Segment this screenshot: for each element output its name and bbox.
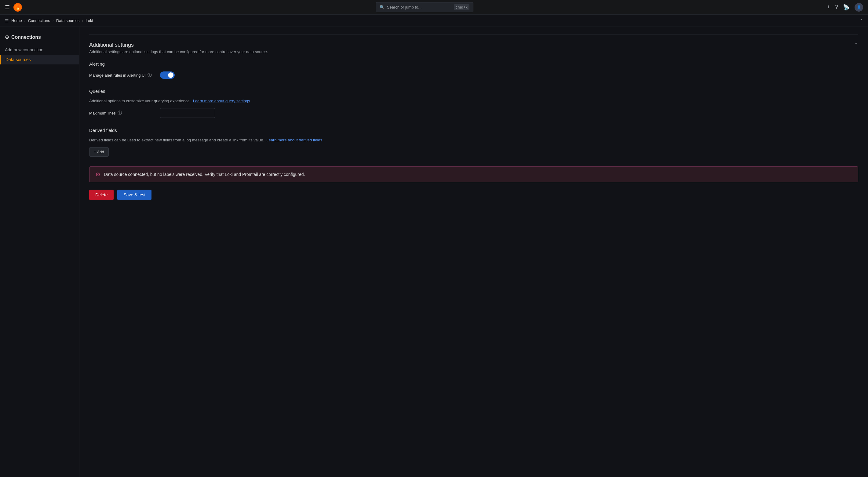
queries-section: Queries Additional options to customize … <box>89 89 858 118</box>
queries-title: Queries <box>89 89 858 94</box>
save-test-button[interactable]: Save & test <box>117 190 152 200</box>
main-content: Additional settings Additional settings … <box>80 27 868 477</box>
action-buttons: Delete Save & test <box>89 190 858 200</box>
derived-fields-title: Derived fields <box>89 128 858 133</box>
search-icon: 🔍 <box>380 5 384 9</box>
breadcrumb-sep-3: › <box>82 19 83 23</box>
alerting-toggle[interactable] <box>160 71 175 79</box>
alerting-info-icon[interactable]: ⓘ <box>148 72 152 78</box>
sidebar-item-add-connection[interactable]: Add new connection <box>0 45 79 55</box>
grafana-logo: 🔥 <box>13 3 22 11</box>
delete-button[interactable]: Delete <box>89 190 114 200</box>
add-derived-field-button[interactable]: + Add <box>89 147 109 157</box>
alerting-title: Alerting <box>89 61 858 67</box>
status-bar: ⊗ Data source connected, but no labels w… <box>89 166 858 182</box>
top-navigation: ☰ 🔥 🔍 Search or jump to... cmd+k + ? 📡 👤 <box>0 0 868 15</box>
search-placeholder: Search or jump to... <box>387 5 422 9</box>
section-collapse-icon[interactable]: ⌃ <box>854 42 858 47</box>
breadcrumb: ☰ Home › Connections › Data sources › Lo… <box>0 15 868 27</box>
hamburger-breadcrumb-icon[interactable]: ☰ <box>5 18 9 23</box>
sidebar-item-data-sources[interactable]: Data sources <box>0 55 79 64</box>
breadcrumb-sep-1: › <box>25 19 26 23</box>
section-desc: Additional settings are optional setting… <box>89 50 268 54</box>
collapse-icon[interactable]: ⌃ <box>860 18 863 23</box>
breadcrumb-current: Loki <box>86 18 93 23</box>
hamburger-menu-icon[interactable]: ☰ <box>5 4 10 11</box>
section-title: Additional settings <box>89 42 268 48</box>
connections-icon: ⊕ <box>5 34 9 40</box>
derived-fields-learn-more-link[interactable]: Learn more about derived fields <box>266 138 322 142</box>
breadcrumb-connections[interactable]: Connections <box>28 18 50 23</box>
breadcrumb-datasources[interactable]: Data sources <box>56 18 80 23</box>
sidebar-title: ⊕ Connections <box>0 32 79 45</box>
plus-icon[interactable]: + <box>827 4 830 10</box>
max-lines-form-row: Maximum lines ⓘ 1000 <box>89 108 858 118</box>
queries-desc: Additional options to customize your que… <box>89 99 858 103</box>
derived-fields-section: Derived fields Derived fields can be use… <box>89 128 858 157</box>
breadcrumb-sep-2: › <box>53 19 54 23</box>
status-error-icon: ⊗ <box>96 171 100 178</box>
alerting-section: Alerting Manage alert rules in Alerting … <box>89 61 858 79</box>
help-icon[interactable]: ? <box>835 4 838 10</box>
max-lines-info-icon[interactable]: ⓘ <box>118 110 122 116</box>
queries-learn-more-link[interactable]: Learn more about query settings <box>193 99 250 103</box>
main-layout: ⊕ Connections Add new connection Data so… <box>0 27 868 477</box>
alerting-label: Manage alert rules in Alerting UI ⓘ <box>89 72 156 78</box>
avatar[interactable]: 👤 <box>855 3 863 11</box>
status-message: Data source connected, but no labels wer… <box>104 172 305 177</box>
section-header: Additional settings Additional settings … <box>89 42 858 60</box>
breadcrumb-home[interactable]: Home <box>11 18 22 23</box>
search-shortcut: cmd+k <box>454 4 469 10</box>
max-lines-input[interactable]: 1000 <box>160 108 215 118</box>
news-icon[interactable]: 📡 <box>843 4 850 11</box>
sidebar: ⊕ Connections Add new connection Data so… <box>0 27 80 477</box>
max-lines-label: Maximum lines ⓘ <box>89 110 156 116</box>
search-bar[interactable]: 🔍 Search or jump to... cmd+k <box>376 2 473 12</box>
derived-fields-desc: Derived fields can be used to extract ne… <box>89 138 858 142</box>
alerting-form-row: Manage alert rules in Alerting UI ⓘ <box>89 71 858 79</box>
